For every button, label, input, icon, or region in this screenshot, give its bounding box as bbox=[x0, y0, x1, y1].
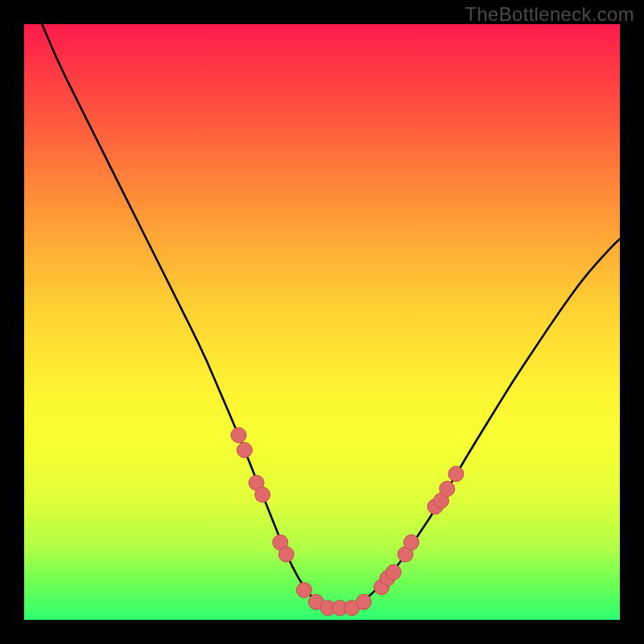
curve-marker bbox=[320, 601, 336, 616]
curve-marker bbox=[255, 487, 270, 502]
curve-marker bbox=[237, 443, 252, 458]
bottleneck-curve-path bbox=[42, 24, 620, 608]
curve-marker bbox=[380, 571, 395, 586]
curve-marker bbox=[440, 481, 455, 497]
curve-marker bbox=[296, 583, 312, 598]
curve-marker bbox=[356, 594, 371, 609]
curve-marker bbox=[231, 427, 246, 443]
curve-marker bbox=[279, 547, 294, 562]
curve-marker bbox=[448, 466, 464, 481]
curve-marker bbox=[374, 580, 390, 595]
curve-marker bbox=[427, 499, 443, 514]
curve-marker bbox=[332, 601, 348, 616]
watermark-text: TheBottleneck.com bbox=[464, 3, 634, 26]
curve-marker bbox=[345, 601, 360, 616]
curve-marker bbox=[273, 535, 288, 550]
curve-marker bbox=[398, 547, 413, 562]
chart-svg bbox=[24, 24, 620, 620]
curve-marker bbox=[308, 594, 324, 609]
chart-plot-area bbox=[24, 24, 620, 620]
chart-frame: TheBottleneck.com bbox=[0, 0, 644, 644]
curve-marker bbox=[434, 493, 449, 509]
marker-group bbox=[231, 427, 464, 616]
curve-marker bbox=[386, 564, 401, 580]
curve-marker bbox=[249, 475, 264, 490]
curve-marker bbox=[404, 535, 419, 550]
